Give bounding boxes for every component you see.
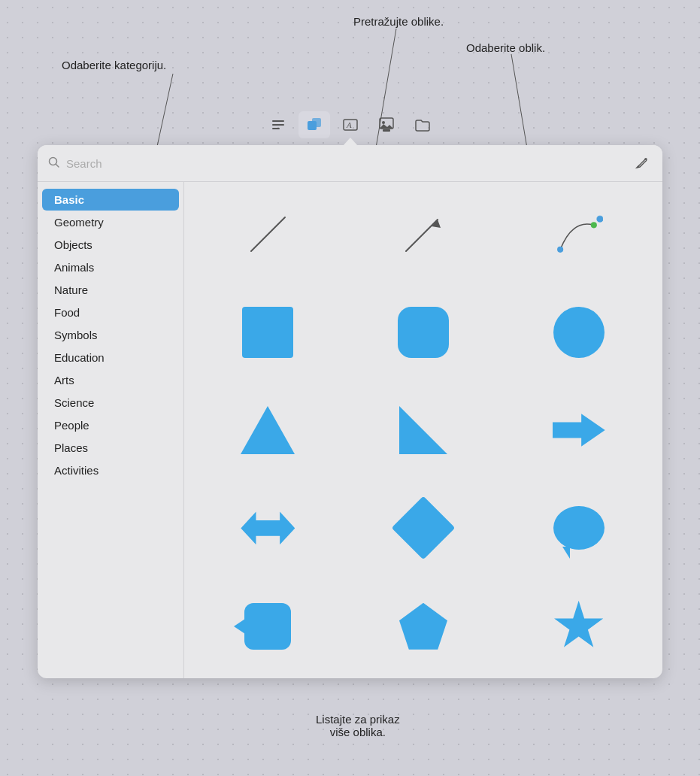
annotation-select-shape: Odaberite oblik. [466,41,545,54]
svg-point-23 [597,216,603,222]
text-icon-btn[interactable] [262,111,294,138]
star-shape [553,601,605,652]
sidebar-item-symbols[interactable]: Symbols [42,324,179,346]
shape-line[interactable] [195,200,341,268]
category-sidebar: Basic Geometry Objects Animals Nature Fo… [38,182,184,678]
sidebar-item-animals[interactable]: Animals [42,256,179,278]
rounded-square-shape [398,307,449,358]
shapes-panel: Basic Geometry Objects Animals Nature Fo… [38,145,662,678]
shape-arrow[interactable] [505,396,652,464]
panel-content: Basic Geometry Objects Animals Nature Fo… [38,182,662,678]
pentagon-shape [399,603,447,650]
sidebar-item-basic[interactable]: Basic [42,189,179,211]
shapes-grid [184,182,662,678]
scroll-annotation: Listajte za prikaz više oblika. [316,713,400,738]
shape-arrow-line[interactable] [350,200,497,268]
svg-point-12 [382,121,385,124]
shape-double-arrow[interactable] [195,494,341,562]
right-triangle-shape [399,406,447,454]
rounded-square-arrow-shape [244,603,291,650]
svg-text:A: A [346,120,352,129]
shape-triangle[interactable] [195,396,341,464]
svg-line-19 [406,220,438,251]
speech-bubble-shape [553,506,605,550]
sidebar-item-places[interactable]: Places [42,437,179,459]
square-shape [242,307,293,358]
svg-line-15 [56,164,59,167]
svg-point-21 [591,222,597,228]
sidebar-item-objects[interactable]: Objects [42,234,179,256]
svg-rect-4 [272,120,284,122]
sidebar-item-education[interactable]: Education [42,347,179,368]
svg-point-17 [644,158,646,159]
triangle-shape [241,406,295,454]
shape-star[interactable] [505,593,652,660]
annotation-select-category: Odaberite kategoriju. [62,59,166,71]
sidebar-item-science[interactable]: Science [42,392,179,414]
shapes-icon-btn[interactable] [298,111,330,138]
pen-icon-btn[interactable] [631,153,652,174]
scroll-label-line2: više oblika. [316,726,400,738]
scroll-label-line1: Listajte za prikaz [316,713,400,726]
shape-square[interactable] [195,299,341,366]
svg-rect-8 [312,118,321,127]
shape-right-triangle[interactable] [350,396,497,464]
shape-circle[interactable] [505,299,652,366]
sidebar-item-activities[interactable]: Activities [42,459,179,481]
sidebar-item-nature[interactable]: Nature [42,279,179,301]
search-input[interactable] [66,157,625,170]
search-icon [48,156,60,171]
sidebar-item-arts[interactable]: Arts [42,369,179,391]
svg-line-18 [251,217,285,251]
annotation-search-shapes: Pretražujte oblike. [353,15,444,28]
svg-rect-13 [383,129,390,132]
search-bar [38,145,662,182]
shape-speech-bubble[interactable] [505,494,652,562]
arrow-shape [553,411,605,450]
svg-point-22 [557,246,563,252]
sidebar-item-geometry[interactable]: Geometry [42,211,179,233]
sidebar-item-food[interactable]: Food [42,302,179,323]
toolbar: A [0,111,700,138]
shape-rounded-square[interactable] [350,299,497,366]
shape-diamond[interactable] [350,494,497,562]
diamond-shape [392,496,456,560]
svg-rect-6 [272,128,280,129]
shape-pentagon[interactable] [350,593,497,660]
double-arrow-shape [241,508,295,547]
media-icon-btn[interactable] [371,111,402,138]
sidebar-item-people[interactable]: People [42,414,179,436]
svg-rect-5 [272,124,284,126]
shape-curve[interactable] [505,200,652,268]
toolbar-caret [343,138,358,146]
circle-shape [553,307,605,358]
shape-rounded-square-arrow[interactable] [195,593,341,660]
folder-icon-btn[interactable] [407,111,438,138]
textbox-icon-btn[interactable]: A [335,111,366,138]
